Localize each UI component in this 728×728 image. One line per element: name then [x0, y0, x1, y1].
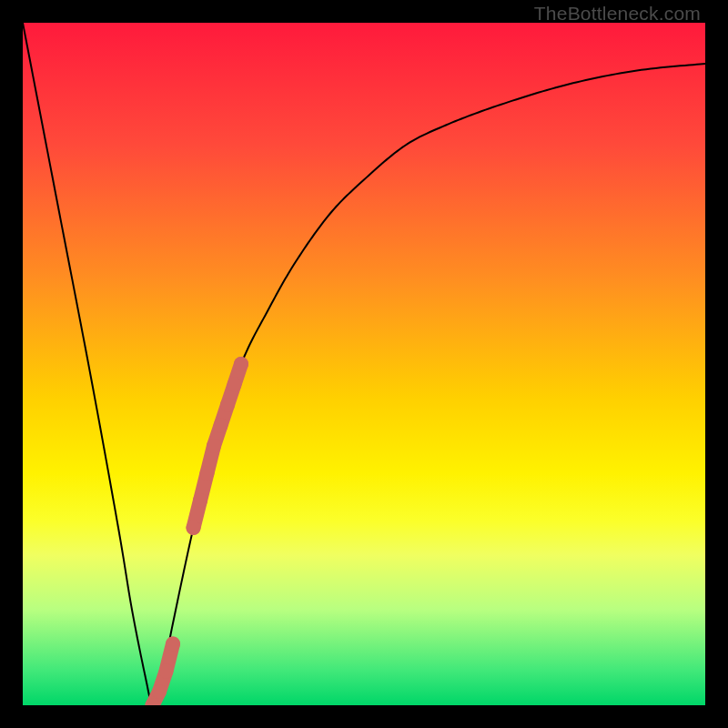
chart-frame: TheBottleneck.com — [0, 0, 728, 728]
highlight-lower-point — [166, 637, 180, 652]
highlight-upper-point — [220, 398, 235, 412]
plot-area — [23, 23, 705, 705]
gradient-background — [23, 23, 705, 705]
highlight-upper-point — [234, 357, 248, 371]
highlight-upper-point — [228, 378, 242, 392]
highlight-upper-point — [193, 493, 207, 508]
highlight-upper-point — [200, 466, 215, 480]
highlight-lower-point — [152, 684, 167, 699]
watermark-text: TheBottleneck.com — [534, 3, 701, 25]
highlight-lower-point — [159, 664, 174, 679]
highlight-upper-point — [214, 419, 228, 433]
highlight-upper-point — [187, 521, 201, 535]
highlight-upper-point — [207, 439, 221, 453]
chart-svg — [23, 23, 705, 705]
